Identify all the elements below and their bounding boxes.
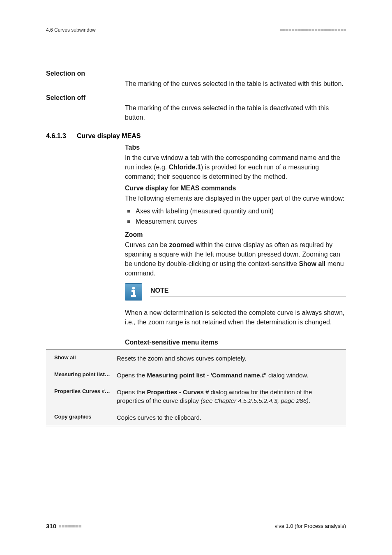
header-decoration (280, 29, 346, 31)
ctx-left-props: Properties Curves #… (46, 388, 117, 405)
ctx-right-copy: Copies curves to the clipboard. (117, 413, 346, 422)
page-number: 310 (46, 523, 56, 530)
zoom-pre: Curves can be (125, 241, 169, 248)
ctx-left-show-all: Show all (46, 354, 117, 363)
zoom-bold2: Show all (299, 260, 325, 267)
ctx-left-copy: Copy graphics (46, 413, 117, 422)
svg-rect-2 (133, 290, 135, 296)
zoom-bold1: zoomed (169, 241, 194, 248)
meas-bullets: Axes with labeling (measured quantity an… (125, 206, 346, 227)
note-text: When a new determination is selected the… (125, 308, 346, 332)
selection-on-text: The marking of the curves selected in th… (125, 79, 346, 88)
selection-off-label: Selection off (46, 94, 346, 102)
heading-4-6-1-3: 4.6.1.3 Curve display MEAS (46, 132, 346, 140)
footer-decoration (59, 525, 81, 527)
note-box: NOTE When a new determination is selecte… (125, 283, 346, 332)
page-footer: 310 viva 1.0 (for Process analysis) (46, 523, 346, 530)
tabs-heading: Tabs (125, 144, 346, 151)
tabs-paragraph: In the curve window a tab with the corre… (125, 153, 346, 182)
running-head-text: 4.6 Curves subwindow (46, 27, 96, 33)
ctx-mpl-bold: Measuring point list - 'Command name.#' (147, 372, 266, 379)
meas-heading: Curve display for MEAS commands (125, 185, 346, 192)
context-menu-heading: Context-sensitive menu items (125, 339, 346, 346)
ctx-props-pre: Opens the (117, 388, 147, 395)
selection-off-block: Selection off The marking of the curves … (46, 94, 346, 122)
context-menu-table: Show all Resets the zoom and shows curve… (46, 349, 346, 426)
note-title: NOTE (150, 287, 168, 294)
heading-number: 4.6.1.3 (46, 132, 66, 140)
info-icon (125, 283, 142, 301)
ctx-right-show-all: Resets the zoom and shows curves complet… (117, 354, 346, 363)
tabs-para-bold: Chloride.1 (169, 164, 201, 171)
ctx-right-mpl: Opens the Measuring point list - 'Comman… (117, 371, 346, 379)
selection-on-label: Selection on (46, 70, 346, 77)
ctx-right-props: Opens the Properties - Curves # dialog w… (117, 388, 346, 405)
ctx-props-italic: (see Chapter 4.5.2.5.5.2.4.3, page 286) (201, 397, 309, 404)
svg-point-0 (132, 287, 135, 289)
zoom-heading: Zoom (125, 231, 346, 238)
ctx-left-mpl: Measuring point list… (46, 371, 117, 379)
selection-off-text: The marking of the curves selected in th… (125, 103, 346, 122)
zoom-paragraph: Curves can be zoomed within the curve di… (125, 240, 346, 278)
ctx-mpl-post: dialog window. (267, 372, 309, 379)
ctx-mpl-pre: Opens the (117, 372, 147, 379)
meas-paragraph: The following elements are displayed in … (125, 194, 346, 203)
selection-on-block: Selection on The marking of the curves s… (46, 70, 346, 88)
table-row: Copy graphics Copies curves to the clipb… (46, 409, 346, 426)
table-row: Measuring point list… Opens the Measurin… (46, 367, 346, 384)
table-row: Show all Resets the zoom and shows curve… (46, 350, 346, 367)
list-item: Measurement curves (125, 217, 346, 227)
ctx-props-post: . (309, 397, 310, 404)
heading-title: Curve display MEAS (77, 132, 141, 140)
footer-version: viva 1.0 (for Process analysis) (275, 523, 346, 529)
svg-rect-3 (131, 295, 136, 297)
table-row: Properties Curves #… Opens the Propertie… (46, 384, 346, 409)
list-item: Axes with labeling (measured quantity an… (125, 206, 346, 217)
ctx-props-bold: Properties - Curves # (147, 388, 209, 395)
